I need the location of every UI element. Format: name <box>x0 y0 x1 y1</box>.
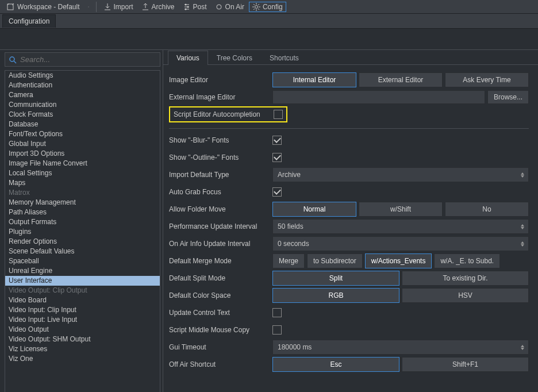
workspace-menu[interactable]: Workspace - Default <box>3 2 83 12</box>
sidebar-item[interactable]: Memory Management <box>5 198 160 207</box>
opt-split-mode: SplitTo existing Dir. <box>272 271 529 286</box>
sidebar-item[interactable]: Render Options <box>5 237 160 247</box>
svg-line-21 <box>258 4 259 5</box>
tab-tree-colors[interactable]: Tree Colors <box>208 51 261 65</box>
label-script-auto: Script Editor Autocompletion <box>174 110 274 118</box>
configuration-tab[interactable]: Configuration <box>2 14 56 28</box>
search-input[interactable] <box>20 55 156 64</box>
row-import-default: Import Default Type Archive <box>169 167 529 183</box>
spinner-arrows-icon <box>519 169 526 180</box>
select-gui-timeout-value: 180000 ms <box>278 343 312 351</box>
checkbox-script-auto[interactable] <box>274 110 283 119</box>
select-import-default[interactable]: Archive <box>272 167 529 182</box>
row-split-mode: Default Split Mode SplitTo existing Dir. <box>169 270 529 286</box>
post-icon <box>183 3 191 11</box>
config-button[interactable]: Config <box>249 2 286 12</box>
post-button[interactable]: Post <box>179 2 210 12</box>
second-toolbar: Configuration <box>0 14 538 29</box>
sidebar-item[interactable]: Database <box>5 120 160 129</box>
config-icon <box>252 3 260 11</box>
option-button[interactable]: Merge <box>272 253 305 268</box>
ext-editor-field[interactable] <box>272 90 485 104</box>
option-button[interactable]: w/Shift <box>359 202 443 217</box>
label-update-ctrl: Update Control Text <box>169 309 272 317</box>
label-gui-timeout: Gui Timeout <box>169 343 272 351</box>
divider <box>169 128 529 129</box>
label-show-outline: Show "-Outline-" Fonts <box>169 153 272 162</box>
category-list: Audio SettingsAuthenticationCameraCommun… <box>5 70 160 392</box>
tab-shortcuts[interactable]: Shortcuts <box>261 51 308 65</box>
select-perf-update[interactable]: 50 fields <box>272 219 529 234</box>
sidebar-item[interactable]: Unreal Engine <box>5 266 160 276</box>
option-button[interactable]: RGB <box>272 288 399 303</box>
sidebar-item[interactable]: Plugins <box>5 227 160 237</box>
option-button[interactable]: Normal <box>272 202 356 217</box>
select-onair-update[interactable]: 0 seconds <box>272 236 529 251</box>
option-button[interactable]: Shift+F1 <box>402 357 529 372</box>
sidebar-item[interactable]: User Interface <box>5 276 160 286</box>
option-button[interactable]: HSV <box>402 288 529 303</box>
sidebar-item[interactable]: Maps <box>5 178 160 188</box>
archive-label: Archive <box>152 3 175 11</box>
option-button[interactable]: w/A. _E. to Subd. <box>434 253 500 268</box>
option-button[interactable]: No <box>445 202 529 217</box>
row-script-auto: Script Editor Autocompletion <box>169 106 529 122</box>
search-box[interactable] <box>5 52 160 67</box>
sidebar-item[interactable]: Viz Licenses <box>5 344 160 354</box>
row-show-blur: Show "-Blur-" Fonts <box>169 132 529 148</box>
checkbox-show-outline[interactable] <box>272 153 282 162</box>
onair-button[interactable]: On Air <box>212 2 248 12</box>
main-split: Audio SettingsAuthenticationCameraCommun… <box>0 49 538 392</box>
sidebar-item[interactable]: Video Output: SHM Output <box>5 335 160 344</box>
sidebar-item[interactable]: Local Settings <box>5 168 160 178</box>
sidebar-item[interactable]: Import 3D Options <box>5 149 160 159</box>
sidebar-item[interactable]: Video Output: Clip Output <box>5 286 160 295</box>
import-button[interactable]: Import <box>100 2 137 12</box>
spinner-arrows-icon <box>519 238 526 249</box>
sidebar-item[interactable]: Image File Name Convert <box>5 159 160 168</box>
sidebar-item[interactable]: Clock Formats <box>5 110 160 120</box>
sidebar-item[interactable]: Viz One <box>5 354 160 364</box>
sidebar-item[interactable]: Video Board <box>5 295 160 305</box>
tab-various[interactable]: Various <box>168 51 208 65</box>
option-button[interactable]: to Subdirector <box>307 253 363 268</box>
archive-button[interactable]: Archive <box>138 2 178 12</box>
gear-icon[interactable] <box>84 3 93 11</box>
row-show-outline: Show "-Outline-" Fonts <box>169 149 529 166</box>
sidebar-item[interactable]: Camera <box>5 90 160 100</box>
option-button[interactable]: External Editor <box>359 72 443 87</box>
sidebar-item[interactable]: Video Output <box>5 325 160 335</box>
option-button[interactable]: w/Actions_Events <box>365 253 432 268</box>
label-auto-grab: Auto Grab Focus <box>169 188 272 196</box>
row-update-ctrl: Update Control Text <box>169 305 529 321</box>
sidebar-item[interactable]: Path Aliases <box>5 207 160 217</box>
sidebar-item[interactable]: Scene Default Values <box>5 247 160 256</box>
option-button[interactable]: To existing Dir. <box>402 271 529 286</box>
option-button[interactable]: Internal Editor <box>272 72 356 87</box>
sidebar-item[interactable]: Authentication <box>5 80 160 90</box>
opt-image-editor: Internal EditorExternal EditorAsk Every … <box>272 72 529 87</box>
option-button[interactable]: Ask Every Time <box>445 72 529 87</box>
option-button[interactable]: Split <box>272 271 399 286</box>
sidebar-item[interactable]: Video Input: Live Input <box>5 315 160 325</box>
import-label: Import <box>114 3 133 11</box>
checkbox-show-blur[interactable] <box>272 136 282 145</box>
select-gui-timeout[interactable]: 180000 ms <box>272 340 529 355</box>
label-split-mode: Default Split Mode <box>169 274 272 282</box>
svg-point-11 <box>187 6 189 7</box>
sidebar-item[interactable]: Communication <box>5 100 160 110</box>
sidebar-item[interactable]: Output Formats <box>5 217 160 227</box>
option-button[interactable]: Esc <box>272 357 399 372</box>
sidebar-item[interactable]: Global Input <box>5 139 160 149</box>
label-offair: Off Air Shortcut <box>169 360 272 368</box>
checkbox-auto-grab[interactable] <box>272 187 282 197</box>
sidebar-item[interactable]: Video Input: Clip Input <box>5 305 160 315</box>
browse-button[interactable]: Browse... <box>487 90 529 104</box>
sidebar-item[interactable]: Font/Text Options <box>5 129 160 139</box>
sidebar-item[interactable]: Matrox <box>5 188 160 198</box>
checkbox-script-middle[interactable] <box>272 325 282 335</box>
sidebar-item[interactable]: Spaceball <box>5 256 160 266</box>
label-image-editor: Image Editor <box>169 76 272 84</box>
checkbox-update-ctrl[interactable] <box>272 308 282 317</box>
sidebar-item[interactable]: Audio Settings <box>5 71 160 80</box>
